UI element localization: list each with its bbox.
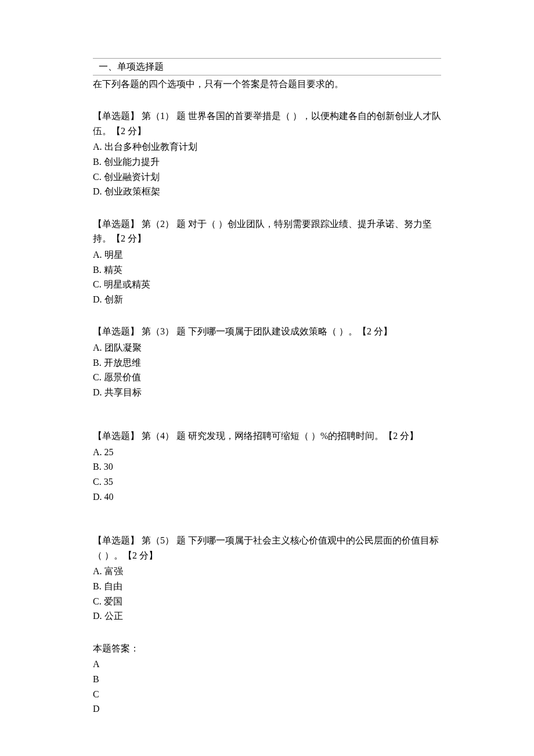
option-b: B. 自由 [93,579,441,594]
question-text: 【单选题】 第（2） 题 对于（ ）创业团队，特别需要跟踪业绩、提升承诺、努力坚… [93,217,441,246]
option-c: C. 愿景价值 [93,370,441,385]
option-d: D. 公正 [93,609,441,624]
option-c: C. 35 [93,474,441,489]
answer-title: 本题答案： [93,641,441,656]
answer-d: D [93,701,441,717]
question-4: 【单选题】 第（4） 题 研究发现，网络招聘可缩短（ ）%的招聘时间。【2 分】… [93,429,441,504]
section-title: 一、单项选择题 [93,58,441,75]
answer-a: A [93,657,441,672]
question-text: 【单选题】 第（5） 题 下列哪一项属于社会主义核心价值观中的公民层面的价值目标… [93,533,441,563]
option-c: C. 爱国 [93,594,441,609]
question-1: 【单选题】 第（1） 题 世界各国的首要举措是（ ），以便构建各自的创新创业人才… [93,109,441,199]
option-a: A. 明星 [93,247,441,262]
option-c: C. 创业融资计划 [93,170,441,185]
option-d: D. 40 [93,489,441,505]
option-d: D. 创业政策框架 [93,184,441,199]
answer-c: C [93,687,441,702]
option-d: D. 创新 [93,292,441,307]
question-5: 【单选题】 第（5） 题 下列哪一项属于社会主义核心价值观中的公民层面的价值目标… [93,533,441,624]
option-a: A. 出台多种创业教育计划 [93,139,441,154]
option-b: B. 开放思维 [93,355,441,370]
question-text: 【单选题】 第（3） 题 下列哪一项属于团队建设成效策略（ ）。【2 分】 [93,324,441,339]
question-text: 【单选题】 第（1） 题 世界各国的首要举措是（ ），以便构建各自的创新创业人才… [93,109,441,138]
document-page: 一、单项选择题 在下列各题的四个选项中，只有一个答案是符合题目要求的。 【单选题… [0,0,534,756]
section-instruction: 在下列各题的四个选项中，只有一个答案是符合题目要求的。 [93,77,441,92]
answer-b: B [93,672,441,687]
option-a: A. 团队凝聚 [93,340,441,355]
option-a: A. 25 [93,445,441,460]
option-b: B. 创业能力提升 [93,154,441,170]
option-b: B. 30 [93,459,441,474]
option-d: D. 共享目标 [93,385,441,400]
answer-section: 本题答案： A B C D [93,641,441,717]
question-text: 【单选题】 第（4） 题 研究发现，网络招聘可缩短（ ）%的招聘时间。【2 分】 [93,429,441,444]
question-2: 【单选题】 第（2） 题 对于（ ）创业团队，特别需要跟踪业绩、提升承诺、努力坚… [93,217,441,307]
option-c: C. 明星或精英 [93,277,441,292]
question-3: 【单选题】 第（3） 题 下列哪一项属于团队建设成效策略（ ）。【2 分】 A.… [93,324,441,399]
option-a: A. 富强 [93,564,441,579]
option-b: B. 精英 [93,262,441,278]
